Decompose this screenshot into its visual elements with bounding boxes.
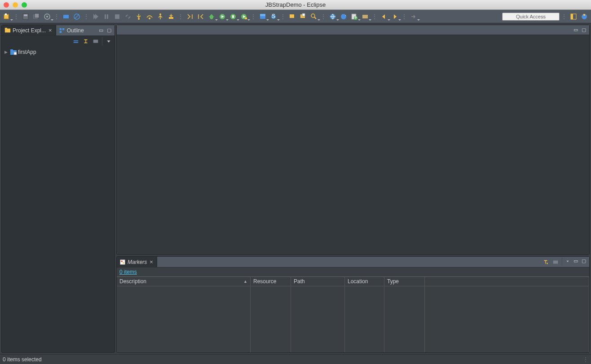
sort-icon: ▲: [243, 279, 247, 284]
markers-tabs: Markers × ▭ ▢: [117, 257, 589, 268]
svg-marker-69: [567, 260, 569, 262]
column-type[interactable]: Type: [384, 277, 425, 286]
svg-point-65: [121, 260, 123, 262]
svg-line-10: [75, 14, 79, 19]
minimize-window-button[interactable]: [13, 2, 18, 8]
editor-tabstrip: ▭ ▢: [117, 25, 589, 35]
nav-forward-button[interactable]: [409, 12, 419, 22]
new-server-button[interactable]: [258, 12, 268, 22]
step-into-button[interactable]: [134, 12, 144, 22]
debug-button[interactable]: [207, 12, 216, 22]
svg-rect-55: [62, 28, 64, 30]
save-all-button[interactable]: [31, 12, 41, 22]
suspend-button[interactable]: [101, 12, 111, 22]
markers-count: 0 items: [117, 268, 589, 276]
svg-point-7: [46, 16, 48, 18]
column-description[interactable]: Description▲: [117, 277, 251, 286]
new-java-class-button[interactable]: +: [349, 12, 359, 22]
link-with-editor-button[interactable]: [81, 37, 90, 46]
view-menu-button[interactable]: [564, 258, 571, 265]
new-servlet-button[interactable]: S: [269, 12, 278, 22]
toolbar-drag-handle: ⋮: [561, 13, 567, 20]
switch-editor-button[interactable]: [42, 12, 52, 22]
maximize-view-button[interactable]: ▢: [580, 258, 587, 265]
new-button[interactable]: [2, 12, 12, 22]
open-perspective-button[interactable]: [569, 12, 578, 22]
coverage-button[interactable]: [228, 12, 238, 22]
svg-point-19: [210, 15, 213, 19]
markers-rows[interactable]: [117, 286, 589, 352]
toolbar-drag-handle: ⋮: [280, 13, 286, 20]
svg-point-9: [74, 14, 79, 19]
editor-body[interactable]: [117, 35, 589, 254]
drop-to-frame-button[interactable]: [166, 12, 176, 22]
svg-point-17: [159, 13, 161, 15]
open-type-button[interactable]: [287, 12, 297, 22]
search-button[interactable]: [309, 12, 319, 22]
tab-project-explorer[interactable]: Project Expl... ×: [2, 25, 56, 35]
svg-rect-59: [93, 40, 98, 43]
svg-marker-28: [243, 15, 246, 18]
link-button[interactable]: [339, 12, 348, 22]
zoom-window-button[interactable]: [22, 2, 27, 8]
svg-point-66: [123, 262, 124, 264]
close-window-button[interactable]: [4, 2, 9, 8]
svg-rect-53: [5, 27, 7, 29]
forward-button[interactable]: [390, 12, 400, 22]
run-button[interactable]: [217, 12, 227, 22]
close-icon[interactable]: ×: [149, 259, 154, 265]
prev-annotation-button[interactable]: [196, 12, 206, 22]
column-path[interactable]: Path: [291, 277, 345, 286]
new-package-button[interactable]: [360, 12, 370, 22]
toggle-breadcrumb-button[interactable]: [61, 12, 71, 22]
svg-rect-31: [260, 14, 265, 16]
explorer-icon: [4, 27, 11, 34]
svg-rect-34: [290, 14, 294, 18]
svg-marker-67: [547, 263, 548, 264]
project-explorer-toolbar: [2, 36, 115, 47]
terminate-button[interactable]: [112, 12, 122, 22]
svg-rect-14: [115, 14, 119, 19]
svg-point-40: [341, 14, 346, 19]
left-tabs: Project Expl... × Outline ▭ ▢: [2, 25, 115, 36]
maximize-view-button[interactable]: ▢: [106, 27, 113, 34]
step-over-button[interactable]: [145, 12, 154, 22]
disconnect-button[interactable]: [123, 12, 133, 22]
next-annotation-button[interactable]: [185, 12, 195, 22]
save-button[interactable]: [21, 12, 31, 22]
back-button[interactable]: [379, 12, 389, 22]
tab-markers[interactable]: Markers ×: [117, 257, 157, 267]
minimize-editor-button[interactable]: ▭: [572, 26, 579, 34]
focus-task-button[interactable]: [91, 37, 100, 46]
minimize-view-button[interactable]: ▭: [572, 258, 579, 265]
view-menu-button[interactable]: [104, 37, 113, 46]
svg-point-43: [354, 16, 357, 20]
focus-markers-button[interactable]: [541, 258, 550, 267]
tree-item-project[interactable]: ▶ firstApp: [4, 48, 113, 57]
column-resource[interactable]: Resource: [251, 277, 291, 286]
skip-breakpoints-button[interactable]: [72, 12, 82, 22]
svg-marker-47: [394, 14, 397, 19]
resume-button[interactable]: [91, 12, 101, 22]
svg-point-25: [230, 14, 236, 19]
tab-outline[interactable]: Outline: [56, 25, 87, 35]
collapse-all-button[interactable]: [71, 37, 80, 46]
web-browser-button[interactable]: [328, 12, 338, 22]
svg-point-32: [271, 14, 276, 19]
svg-point-37: [311, 14, 315, 18]
quick-access-button[interactable]: Quick Access: [502, 13, 560, 21]
java-ee-perspective-button[interactable]: [579, 12, 589, 22]
minimize-view-button[interactable]: ▭: [97, 27, 105, 34]
column-location[interactable]: Location: [345, 277, 384, 286]
svg-rect-56: [59, 31, 61, 32]
svg-rect-26: [232, 15, 234, 18]
project-tree[interactable]: ▶ firstApp: [2, 47, 115, 352]
maximize-editor-button[interactable]: ▢: [580, 26, 587, 34]
step-return-button[interactable]: [155, 12, 165, 22]
close-icon[interactable]: ×: [48, 27, 53, 33]
open-markers-button[interactable]: [551, 258, 560, 267]
open-task-button[interactable]: [298, 12, 308, 22]
svg-marker-24: [221, 15, 224, 18]
run-on-server-button[interactable]: [239, 12, 249, 22]
disclosure-triangle-icon[interactable]: ▶: [4, 50, 9, 54]
